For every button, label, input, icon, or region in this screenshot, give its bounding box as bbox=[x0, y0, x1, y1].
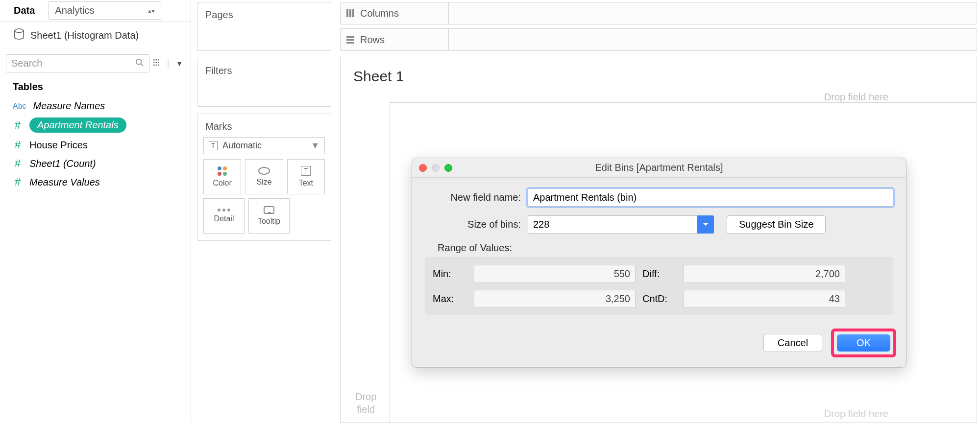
min-label: Min: bbox=[433, 268, 467, 280]
btn-label: Color bbox=[213, 179, 232, 188]
data-header: Data Analytics ▴▾ bbox=[0, 0, 191, 22]
analytics-label: Analytics bbox=[55, 5, 94, 16]
btn-label: Detail bbox=[214, 214, 234, 223]
drop-field-hint-top: Drop field here bbox=[824, 92, 888, 103]
cntd-value: 43 bbox=[684, 290, 845, 308]
search-box[interactable] bbox=[6, 54, 149, 72]
dialog-titlebar[interactable]: Edit Bins [Apartment Rentals] bbox=[412, 158, 906, 178]
field-label: House Prices bbox=[29, 140, 88, 151]
abc-type-icon: Abc bbox=[13, 102, 26, 111]
field-measure-values[interactable]: # Measure Values bbox=[0, 173, 191, 191]
ok-button[interactable]: OK bbox=[837, 334, 890, 352]
marks-detail-button[interactable]: Detail bbox=[203, 198, 245, 234]
new-field-name-label: New field name: bbox=[425, 192, 528, 203]
min-value: 550 bbox=[474, 265, 636, 283]
drop-field-hint-left: Drop field bbox=[355, 390, 376, 416]
analytics-dropdown[interactable]: Analytics ▴▾ bbox=[49, 1, 161, 20]
columns-icon bbox=[341, 9, 360, 18]
rows-icon bbox=[341, 35, 360, 44]
svg-rect-5 bbox=[158, 59, 159, 60]
rows-shelf[interactable]: Rows bbox=[340, 28, 977, 51]
data-tab[interactable]: Data bbox=[0, 5, 49, 16]
svg-point-1 bbox=[136, 59, 142, 64]
search-icon bbox=[135, 58, 144, 69]
divider bbox=[448, 29, 449, 50]
svg-rect-6 bbox=[153, 62, 155, 63]
size-of-bins-input[interactable] bbox=[528, 215, 714, 234]
columns-shelf[interactable]: Columns bbox=[340, 2, 977, 24]
svg-rect-8 bbox=[158, 62, 159, 63]
range-box: Min: 550 Diff: 2,700 Max: 3,250 CntD: 43 bbox=[425, 258, 893, 315]
diff-value: 2,700 bbox=[684, 265, 845, 283]
cancel-button[interactable]: Cancel bbox=[763, 334, 822, 352]
marks-size-button[interactable]: Size bbox=[245, 159, 283, 194]
hash-type-icon: # bbox=[13, 176, 23, 188]
text-type-icon: T bbox=[209, 141, 218, 150]
field-measure-names[interactable]: Abc Measure Names bbox=[0, 97, 191, 115]
field-word: field bbox=[355, 403, 376, 416]
search-input[interactable] bbox=[11, 58, 135, 69]
field-label: Sheet1 (Count) bbox=[29, 158, 96, 169]
svg-rect-15 bbox=[346, 36, 354, 38]
svg-rect-16 bbox=[346, 39, 354, 41]
size-icon bbox=[258, 167, 270, 175]
marks-color-button[interactable]: Color bbox=[203, 159, 241, 194]
field-label: Measure Values bbox=[29, 177, 100, 188]
svg-line-2 bbox=[141, 64, 144, 66]
max-label: Max: bbox=[433, 293, 467, 305]
hash-type-icon: # bbox=[13, 119, 23, 132]
hash-type-icon: # bbox=[13, 139, 23, 151]
search-row: | ▼ bbox=[0, 49, 191, 77]
svg-point-0 bbox=[15, 29, 24, 32]
cntd-label: CntD: bbox=[642, 293, 677, 305]
range-of-values-label: Range of Values: bbox=[425, 242, 893, 258]
max-value: 3,250 bbox=[474, 290, 636, 308]
svg-rect-12 bbox=[346, 9, 348, 17]
database-icon bbox=[14, 28, 24, 43]
field-label: Measure Names bbox=[33, 100, 105, 112]
btn-label: Text bbox=[299, 179, 313, 188]
shelf-bars: Columns Rows bbox=[338, 0, 980, 55]
divider bbox=[448, 2, 449, 24]
pages-label: Pages bbox=[197, 2, 331, 27]
tooltip-icon bbox=[264, 206, 274, 214]
rows-label: Rows bbox=[360, 34, 448, 46]
svg-rect-10 bbox=[156, 64, 157, 66]
marks-card: Marks T Automatic ▼ Color Size T Text bbox=[197, 114, 331, 241]
size-of-bins-combo[interactable] bbox=[528, 215, 714, 234]
mark-type-dropdown[interactable]: T Automatic ▼ bbox=[203, 137, 325, 154]
filters-shelf[interactable]: Filters bbox=[197, 58, 331, 107]
pages-shelf[interactable]: Pages bbox=[197, 2, 331, 51]
combo-dropdown-button[interactable] bbox=[697, 215, 714, 234]
field-house-prices[interactable]: # House Prices bbox=[0, 136, 191, 154]
suggest-bin-size-button[interactable]: Suggest Bin Size bbox=[727, 215, 826, 234]
diff-label: Diff: bbox=[642, 268, 677, 280]
updown-icon: ▴▾ bbox=[148, 7, 155, 15]
btn-label: Size bbox=[256, 178, 271, 187]
shelves-panel: Pages Filters Marks T Automatic ▼ Color … bbox=[195, 0, 333, 248]
view-toggle-icon[interactable] bbox=[153, 58, 163, 69]
new-field-name-input[interactable] bbox=[528, 188, 893, 207]
field-pill-selected: Apartment Rentals bbox=[29, 118, 126, 133]
text-icon: T bbox=[301, 166, 311, 176]
sheet-title[interactable]: Sheet 1 bbox=[341, 57, 977, 95]
svg-rect-13 bbox=[349, 9, 351, 17]
field-sheet1-count[interactable]: # Sheet1 (Count) bbox=[0, 154, 191, 173]
drop-word: Drop bbox=[355, 390, 376, 403]
field-apartment-rentals[interactable]: # Apartment Rentals bbox=[0, 115, 191, 136]
svg-rect-17 bbox=[346, 42, 354, 44]
datasource-name: Sheet1 (Histogram Data) bbox=[30, 30, 139, 41]
fields-menu-dropdown[interactable]: ▼ bbox=[173, 60, 186, 68]
detail-icon bbox=[218, 209, 230, 212]
chevron-down-icon: ▼ bbox=[311, 141, 319, 151]
ok-highlight-box: OK bbox=[831, 329, 896, 357]
marks-text-button[interactable]: T Text bbox=[287, 159, 325, 194]
marks-tooltip-button[interactable]: Tooltip bbox=[248, 198, 290, 234]
datasource-row[interactable]: Sheet1 (Histogram Data) bbox=[0, 22, 191, 49]
marks-label: Marks bbox=[197, 114, 331, 137]
divider: | bbox=[167, 59, 169, 68]
svg-rect-4 bbox=[156, 59, 157, 60]
tables-heading: Tables bbox=[0, 77, 191, 97]
size-of-bins-label: Size of bins: bbox=[425, 219, 528, 230]
dialog-title: Edit Bins [Apartment Rentals] bbox=[412, 162, 906, 173]
